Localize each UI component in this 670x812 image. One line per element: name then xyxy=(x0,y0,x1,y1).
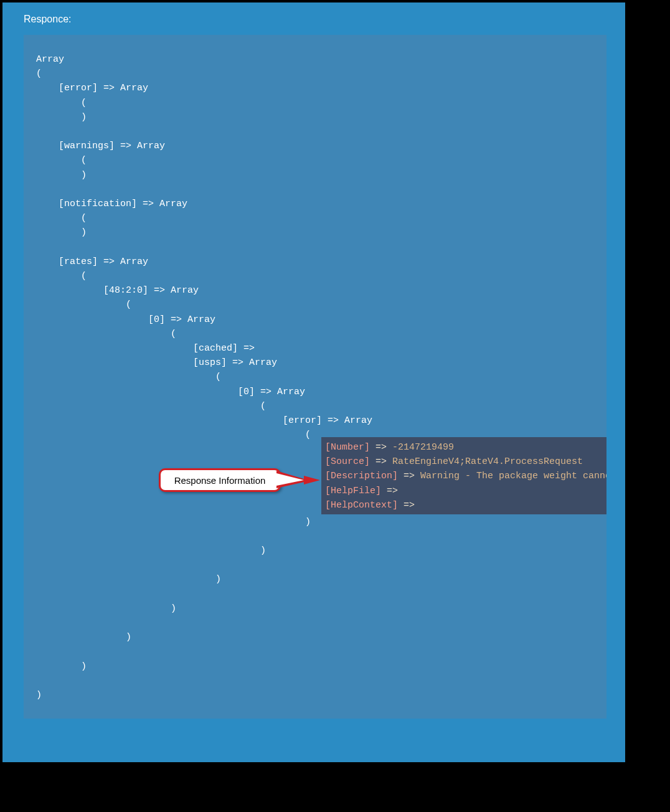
svg-marker-2 xyxy=(304,476,320,484)
response-info-callout: Response Information xyxy=(159,468,281,492)
highlight-row: [Description] => Warning - The package w… xyxy=(325,469,606,483)
response-header: Responce: xyxy=(24,14,72,25)
highlight-row: [HelpContext] => xyxy=(325,498,420,512)
callout-label: Response Information xyxy=(174,475,266,486)
response-panel: Responce: Array ( [error] => Array ( ) [… xyxy=(2,2,625,762)
highlight-row: [Number] => -2147219499 xyxy=(325,440,454,455)
response-code-inner: Array ( [error] => Array ( ) [warnings] … xyxy=(24,35,606,707)
highlight-row: [HelpFile] => xyxy=(325,484,403,498)
response-code-text: Array ( [error] => Array ( ) [warnings] … xyxy=(36,52,372,702)
callout-arrow-icon xyxy=(276,467,321,492)
highlight-row: [Source] => RateEngineV4;RateV4.ProcessR… xyxy=(325,455,583,469)
response-code-scroll[interactable]: Array ( [error] => Array ( ) [warnings] … xyxy=(24,35,606,719)
